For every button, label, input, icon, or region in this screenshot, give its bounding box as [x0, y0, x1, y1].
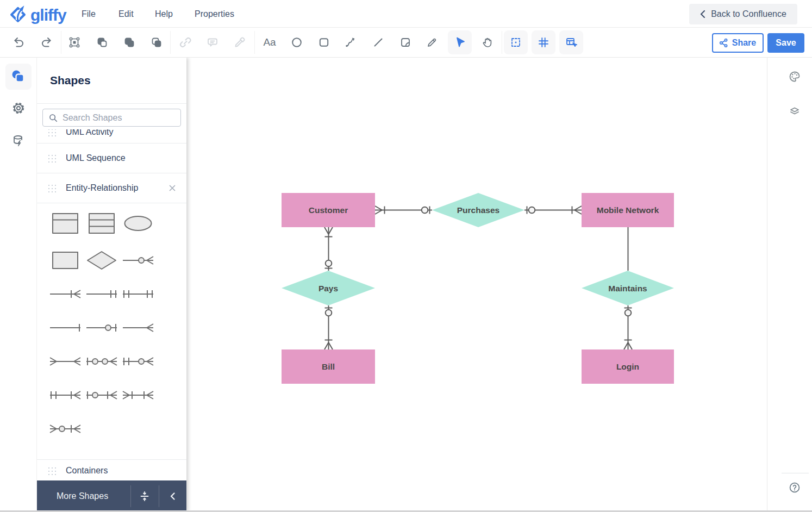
- merge-shapes-button[interactable]: [117, 30, 141, 54]
- relationship-diamond-shape[interactable]: [83, 243, 120, 277]
- connector-zero-many-to-one-many[interactable]: [47, 412, 83, 446]
- send-backward-button[interactable]: [145, 30, 168, 54]
- text-icon: Aa: [263, 36, 276, 48]
- undo-button[interactable]: [7, 30, 31, 54]
- node-label-customer: Customer: [309, 205, 348, 215]
- share-button-label: Share: [732, 38, 756, 48]
- snap-to-grid-button[interactable]: [504, 30, 528, 54]
- connector-many-to-one-many[interactable]: [120, 378, 156, 412]
- drag-handle-icon[interactable]: [47, 129, 56, 136]
- shape-search-input[interactable]: [63, 113, 180, 123]
- shape-sections-list[interactable]: UML ActivityUML SequenceEntity-Relations…: [37, 129, 186, 480]
- layers-button[interactable]: [782, 98, 808, 124]
- drag-handle-icon[interactable]: [47, 466, 56, 475]
- shape-tool-button[interactable]: [393, 30, 417, 54]
- entity-attributes-shape[interactable]: [83, 203, 120, 243]
- edge-customer-pays[interactable]: [324, 227, 333, 271]
- close-section-icon[interactable]: [168, 184, 177, 195]
- node-login[interactable]: Login: [582, 349, 674, 384]
- eyedropper-button[interactable]: [228, 30, 252, 54]
- shapes-rail-button[interactable]: [5, 64, 32, 90]
- connector-optional-one-to-zero-many[interactable]: [83, 345, 120, 378]
- shape-section-uml-activity[interactable]: UML Activity: [37, 129, 186, 143]
- edge-customer-purchases[interactable]: [375, 206, 432, 214]
- panel-resize-button[interactable]: [130, 480, 159, 512]
- back-to-confluence-button[interactable]: Back to Confluence: [689, 4, 797, 24]
- rectangle-tool-icon: [317, 36, 330, 49]
- shape-section-containers[interactable]: Containers: [37, 459, 186, 480]
- help-button[interactable]: [782, 474, 808, 501]
- drag-handle-icon[interactable]: [47, 184, 56, 192]
- share-icon: [720, 39, 728, 47]
- drag-handle-icon[interactable]: [47, 154, 56, 163]
- connector-many-to-many[interactable]: [47, 345, 83, 378]
- pan-tool-icon: [481, 36, 494, 49]
- rectangle-shape[interactable]: [47, 243, 83, 277]
- connector-exactly-one[interactable]: [83, 277, 120, 311]
- theme-palette-button[interactable]: [782, 64, 808, 90]
- edge-maintains-login[interactable]: [624, 305, 632, 349]
- connector-one-to-zero-many[interactable]: [120, 345, 156, 378]
- edge-purchases-mobile-network[interactable]: [524, 206, 582, 214]
- bring-forward-button[interactable]: [90, 30, 114, 54]
- node-label-pays: Pays: [318, 284, 338, 293]
- node-mobile-network[interactable]: Mobile Network: [582, 193, 674, 227]
- node-pays[interactable]: Pays: [282, 271, 375, 305]
- more-shapes-button[interactable]: More Shapes: [57, 480, 108, 512]
- text-button[interactable]: Aa: [258, 30, 282, 54]
- node-customer[interactable]: Customer: [282, 193, 375, 227]
- shape-section-uml-sequence[interactable]: UML Sequence: [37, 143, 186, 173]
- settings-gear-rail-button[interactable]: [5, 95, 32, 121]
- theme-palette-icon: [788, 70, 801, 83]
- more-shapes-bar: More Shapes: [37, 480, 186, 512]
- save-button[interactable]: Save: [767, 33, 804, 53]
- merge-shapes-icon: [123, 36, 136, 49]
- menu-file[interactable]: File: [82, 0, 96, 28]
- database-import-rail-button[interactable]: [5, 128, 32, 154]
- line-tool-button[interactable]: [366, 30, 390, 54]
- connector-many[interactable]: [120, 311, 156, 345]
- entity-shape[interactable]: [47, 203, 83, 243]
- comment-icon: [206, 36, 219, 49]
- link-button[interactable]: [173, 30, 197, 54]
- rectangle-tool-button[interactable]: [312, 30, 336, 54]
- menu-help[interactable]: Help: [155, 0, 173, 28]
- node-maintains[interactable]: Maintains: [582, 271, 674, 305]
- pencil-tool-button[interactable]: [420, 30, 444, 54]
- edge-pays-bill[interactable]: [324, 305, 333, 349]
- node-purchases[interactable]: Purchases: [432, 193, 524, 227]
- connector-tool-button[interactable]: [339, 30, 363, 54]
- menu-properties[interactable]: Properties: [195, 0, 234, 28]
- shape-tool-icon: [399, 36, 412, 49]
- shape-search-box[interactable]: [42, 109, 181, 127]
- show-grid-button[interactable]: [532, 30, 555, 54]
- show-grid-icon: [537, 36, 550, 49]
- drag-and-drop-button[interactable]: [559, 30, 583, 54]
- connector-zero-or-one[interactable]: [83, 311, 120, 345]
- connector-one-to-one-many[interactable]: [47, 378, 83, 412]
- connector-one-to-one[interactable]: [120, 277, 156, 311]
- gliffy-logo-icon: [8, 3, 28, 27]
- pan-tool-button[interactable]: [476, 30, 499, 54]
- diagram-canvas[interactable]: CustomerPurchasesMobile NetworkPaysMaint…: [186, 58, 767, 512]
- connector-zero-or-many[interactable]: [120, 243, 156, 277]
- connector-one-or-many[interactable]: [47, 277, 83, 311]
- attribute-ellipse-shape[interactable]: [120, 203, 156, 243]
- connector-zero-one-to-one-many[interactable]: [83, 378, 120, 412]
- shape-section-entity-relationship[interactable]: Entity-Relationship: [37, 173, 186, 203]
- collapse-panel-button[interactable]: [159, 480, 187, 512]
- ellipse-tool-button[interactable]: [285, 30, 309, 54]
- comment-button[interactable]: [201, 30, 224, 54]
- redo-button[interactable]: [34, 30, 58, 54]
- share-button[interactable]: Share: [712, 33, 764, 53]
- node-label-mobile-network: Mobile Network: [597, 205, 659, 215]
- shape-section-label: UML Activity: [66, 129, 113, 137]
- snap-to-grid-icon: [509, 36, 522, 49]
- layers-icon: [788, 104, 801, 117]
- shape-section-label: Entity-Relationship: [66, 183, 138, 193]
- group-select-button[interactable]: [63, 30, 86, 54]
- menu-edit[interactable]: Edit: [118, 0, 134, 28]
- node-bill[interactable]: Bill: [282, 349, 375, 384]
- connector-one[interactable]: [47, 311, 83, 345]
- pointer-tool-button[interactable]: [448, 30, 472, 54]
